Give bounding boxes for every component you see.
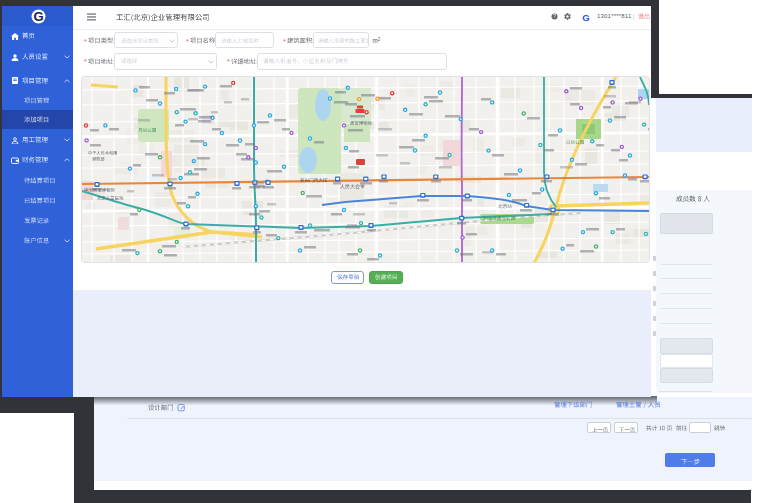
svg-text:?: ? [553, 13, 556, 19]
svg-text:G: G [33, 9, 43, 24]
svg-text:G: G [582, 12, 589, 22]
